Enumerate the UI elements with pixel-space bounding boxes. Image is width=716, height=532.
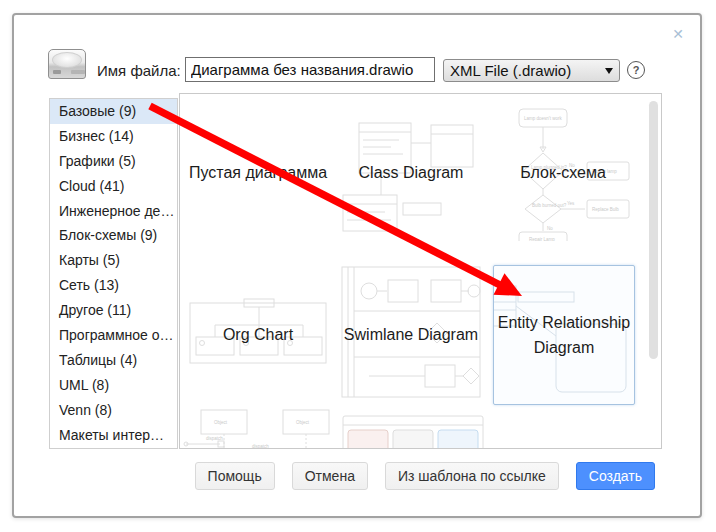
sequence-and-mockup-previews: Object Object dispatch dispatch bbox=[180, 394, 662, 449]
from-template-url-button[interactable]: Из шаблона по ссылке bbox=[385, 462, 559, 490]
svg-text:Replace Bulb: Replace Bulb bbox=[592, 207, 619, 212]
svg-text:Object: Object bbox=[214, 420, 228, 425]
create-diagram-dialog: ✕ Имя файла: XML File (.drawio) ? Базовы… bbox=[12, 13, 702, 518]
template-entity-relationship-diagram[interactable]: Entity Relationship Diagram bbox=[493, 265, 635, 405]
help-button[interactable]: Помощь bbox=[195, 462, 275, 490]
dialog-footer: Помощь Отмена Из шаблона по ссылке Созда… bbox=[195, 462, 655, 490]
category-mockups[interactable]: Макеты интер… bbox=[50, 423, 177, 448]
svg-text:dispatch: dispatch bbox=[252, 444, 269, 449]
category-cloud[interactable]: Cloud (41) bbox=[50, 174, 177, 199]
svg-text:dispatch: dispatch bbox=[206, 436, 223, 441]
template-label: Блок-схема bbox=[520, 160, 606, 185]
category-engineering[interactable]: Инженерное де… bbox=[50, 199, 177, 224]
svg-text:Yes: Yes bbox=[567, 201, 575, 206]
disk-drive-icon bbox=[48, 49, 86, 79]
file-format-select[interactable]: XML File (.drawio) bbox=[443, 59, 620, 82]
category-uml[interactable]: UML (8) bbox=[50, 373, 177, 398]
category-venn[interactable]: Venn (8) bbox=[50, 398, 177, 423]
svg-text:No: No bbox=[547, 226, 553, 231]
panel-scrollbar-thumb[interactable] bbox=[649, 101, 658, 359]
category-basic[interactable]: Базовые (9) bbox=[50, 99, 177, 124]
category-charts[interactable]: Графики (5) bbox=[50, 149, 177, 174]
template-class-diagram[interactable]: Class Diagram bbox=[341, 103, 481, 241]
template-label: Entity Relationship Diagram bbox=[494, 310, 634, 360]
svg-text:Bulb burned out?: Bulb burned out? bbox=[532, 203, 567, 208]
template-swimlane-diagram[interactable]: Swimlane Diagram bbox=[341, 265, 481, 403]
template-org-chart[interactable]: Org Chart bbox=[188, 265, 328, 403]
template-label: Пустая диаграмма bbox=[189, 160, 327, 185]
category-network[interactable]: Сеть (13) bbox=[50, 273, 177, 298]
cancel-button[interactable]: Отмена bbox=[292, 462, 368, 490]
category-list: Базовые (9) Бизнес (14) Графики (5) Clou… bbox=[49, 98, 178, 449]
close-icon[interactable]: ✕ bbox=[672, 27, 684, 41]
create-button[interactable]: Создать bbox=[576, 462, 655, 490]
svg-text:Repair Lamp: Repair Lamp bbox=[529, 237, 555, 241]
svg-text:Object: Object bbox=[296, 420, 310, 425]
category-flowcharts[interactable]: Блок-схемы (9) bbox=[50, 223, 177, 248]
category-business[interactable]: Бизнес (14) bbox=[50, 124, 177, 149]
file-format-select-wrap: XML File (.drawio) bbox=[443, 59, 620, 82]
help-icon[interactable]: ? bbox=[627, 61, 645, 79]
filename-input[interactable] bbox=[185, 57, 435, 82]
category-other[interactable]: Другое (11) bbox=[50, 298, 177, 323]
category-maps[interactable]: Карты (5) bbox=[50, 248, 177, 273]
category-tables[interactable]: Таблицы (4) bbox=[50, 348, 177, 373]
template-panel: Пустая диаграмма Class Diagram bbox=[179, 93, 662, 449]
template-label: Class Diagram bbox=[359, 160, 464, 185]
template-blank-diagram[interactable]: Пустая диаграмма bbox=[188, 103, 328, 241]
svg-text:Lamp doesn't work: Lamp doesn't work bbox=[524, 116, 562, 121]
template-flowchart[interactable]: Lamp doesn't work Lamp plugged in? No Pl… bbox=[493, 103, 633, 241]
filename-label: Имя файла: bbox=[97, 62, 181, 79]
template-label: Org Chart bbox=[223, 322, 293, 347]
category-software[interactable]: Программное о… bbox=[50, 323, 177, 348]
template-label: Swimlane Diagram bbox=[344, 322, 478, 347]
